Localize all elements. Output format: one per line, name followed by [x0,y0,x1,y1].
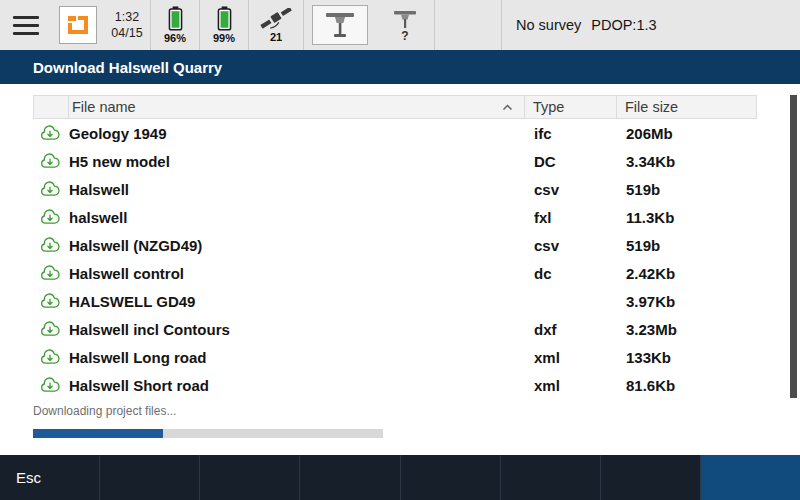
header-file-name[interactable]: File name [68,96,524,118]
table-row[interactable]: H5 new model DC 3.34Kb [33,147,757,175]
cloud-download-icon [40,237,60,253]
battery-primary-percent: 96% [164,32,186,44]
header-size[interactable]: File size [616,96,756,118]
table-row[interactable]: Halswell csv 519b [33,175,757,203]
cloud-download-icon [40,153,60,169]
file-name: Halswell (NZGD49) [67,237,525,254]
icon-cell [33,237,67,253]
file-type: xml [525,349,617,366]
progress-bar [33,429,383,438]
file-name: HALSWELL GD49 [67,293,525,310]
cloud-download-icon [40,125,60,141]
file-name: H5 new model [67,153,525,170]
header-size-label: File size [625,99,678,115]
file-size: 2.42Kb [617,265,757,282]
file-size: 3.97Kb [617,293,757,310]
file-table: File name Type File size Geology 1949 if… [33,95,757,399]
cloud-download-icon [40,321,60,337]
progress-label: Downloading project files... [33,404,176,418]
softkey-empty-4[interactable] [401,455,501,500]
esc-label: Esc [0,469,41,486]
receiver-button[interactable] [304,0,376,50]
file-size: 81.6Kb [617,377,757,394]
header-type[interactable]: Type [524,96,616,118]
table-row[interactable]: Halswell (NZGD49) csv 519b [33,231,757,259]
table-row[interactable]: Halswell incl Contours dxf 3.23Mb [33,315,757,343]
file-name: Halswell Short road [67,377,525,394]
file-type: fxl [525,209,617,226]
softkey-empty-6[interactable] [601,455,701,500]
scrollbar-thumb[interactable] [790,95,797,398]
icon-cell [33,209,67,225]
file-type: DC [525,153,617,170]
menu-icon [13,16,39,35]
softkey-highlight[interactable] [701,455,800,500]
battery-icon [168,6,183,31]
table-header: File name Type File size [33,95,757,119]
sort-ascending-icon [501,103,514,112]
icon-cell [33,321,67,337]
icon-cell [33,349,67,365]
gnss-receiver-icon [321,10,359,40]
table-row[interactable]: HALSWELL GD49 3.97Kb [33,287,757,315]
softkey-empty-3[interactable] [300,455,400,500]
cloud-download-icon [40,181,60,197]
instrument-button[interactable]: ? [376,0,434,50]
file-name: Geology 1949 [67,125,525,142]
date-text: 04/15 [111,25,142,41]
table-row[interactable]: halswell fxl 11.3Kb [33,203,757,231]
instrument-status: ? [401,30,408,42]
icon-cell [33,377,67,393]
file-size: 3.34Kb [617,153,757,170]
cloud-download-icon [40,349,60,365]
battery-primary: 96% [151,0,199,50]
file-type: csv [525,237,617,254]
file-type: ifc [525,125,617,142]
softkey-bar: Esc [0,455,800,500]
clock-display: 1:32 04/15 [104,0,150,50]
esc-button[interactable]: Esc [0,455,100,500]
projects-button[interactable] [52,0,104,50]
satellite-icon [257,8,295,31]
receiver-box [312,5,368,45]
app-window: 1:32 04/15 96% 99% [0,0,800,500]
file-type: dc [525,265,617,282]
file-name: Halswell control [67,265,525,282]
table-row[interactable]: Geology 1949 ifc 206Mb [33,119,757,147]
file-size: 11.3Kb [617,209,757,226]
icon-cell [33,293,67,309]
file-name: Halswell [67,181,525,198]
icon-cell [33,265,67,281]
cloud-download-icon [40,209,60,225]
battery-icon [217,6,232,31]
status-spacer [435,0,501,50]
file-size: 206Mb [617,125,757,142]
projects-icon [66,14,90,36]
cloud-download-icon [40,377,60,393]
softkey-empty-5[interactable] [501,455,601,500]
header-file-name-label: File name [72,99,136,115]
icon-cell [33,153,67,169]
instrument-icon [390,9,420,29]
file-size: 3.23Mb [617,321,757,338]
satellite-count: 21 [270,31,282,43]
battery-secondary-percent: 99% [213,32,235,44]
satellite-status[interactable]: 21 [249,0,303,50]
softkey-empty-2[interactable] [200,455,300,500]
table-row[interactable]: Halswell Short road xml 81.6Kb [33,371,757,399]
header-icon-column [34,96,68,118]
cloud-download-icon [40,293,60,309]
table-row[interactable]: Halswell Long road xml 133Kb [33,343,757,371]
time-text: 1:32 [115,9,139,25]
menu-button[interactable] [0,0,52,50]
file-size: 133Kb [617,349,757,366]
battery-secondary: 99% [200,0,248,50]
table-row[interactable]: Halswell control dc 2.42Kb [33,259,757,287]
title-bar: Download Halswell Quarry [0,50,800,84]
table-body: Geology 1949 ifc 206Mb H5 new model DC 3… [33,119,757,399]
page-title: Download Halswell Quarry [33,59,222,76]
projects-box [59,6,97,44]
softkey-empty-1[interactable] [100,455,200,500]
file-name: Halswell incl Contours [67,321,525,338]
icon-cell [33,181,67,197]
